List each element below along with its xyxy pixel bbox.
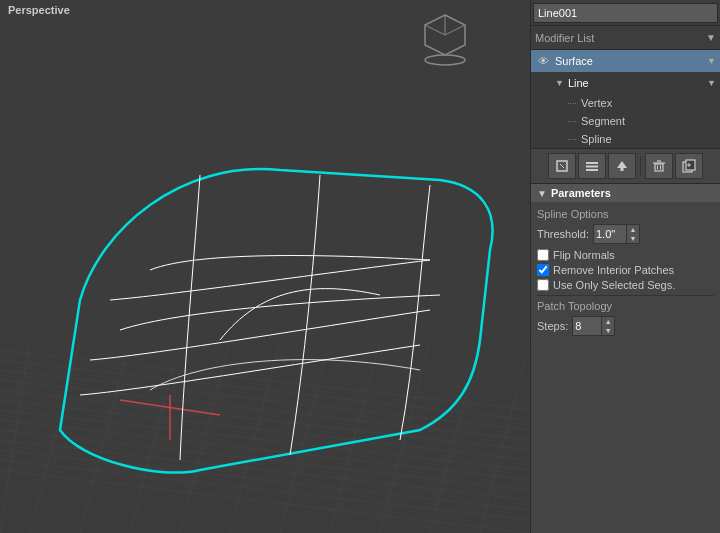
modifier-list-dropdown-icon: ▼ (706, 32, 716, 43)
delete-button[interactable] (645, 153, 673, 179)
viewport-label: Perspective (8, 4, 70, 16)
use-selected-row: Use Only Selected Segs. (537, 279, 714, 291)
pin-button[interactable] (548, 153, 576, 179)
patch-topology-label: Patch Topology (537, 300, 714, 312)
object-name-bar (531, 0, 720, 26)
steps-input-wrap: ▲ ▼ (572, 316, 615, 336)
spline-options-label: Spline Options (537, 208, 714, 220)
object-name-input[interactable] (533, 3, 718, 23)
vertex-label: Vertex (581, 97, 612, 109)
threshold-up-button[interactable]: ▲ (627, 225, 639, 234)
line-dropdown-icon: ▼ (707, 78, 716, 88)
threshold-spinner: ▲ ▼ (626, 225, 639, 243)
threshold-input[interactable] (594, 227, 626, 241)
svg-rect-40 (655, 164, 663, 171)
modifier-sub-spline[interactable]: ···· Spline (531, 130, 720, 148)
threshold-row: Threshold: ▲ ▼ (537, 224, 714, 244)
modifier-toolbar (531, 149, 720, 184)
steps-input[interactable] (573, 319, 601, 333)
use-selected-label[interactable]: Use Only Selected Segs. (553, 279, 675, 291)
up-button[interactable] (608, 153, 636, 179)
modifier-sub-segment[interactable]: ···· Segment (531, 112, 720, 130)
spline-label: Spline (581, 133, 612, 145)
modifier-name-line: Line (568, 77, 589, 89)
use-selected-checkbox[interactable] (537, 279, 549, 291)
steps-up-button[interactable]: ▲ (602, 317, 614, 326)
svg-rect-35 (586, 162, 598, 164)
line-expand-icon: ▼ (555, 78, 564, 88)
svg-rect-36 (586, 166, 598, 168)
remove-interior-label[interactable]: Remove Interior Patches (553, 264, 674, 276)
svg-rect-39 (621, 168, 624, 171)
parameters-title: Parameters (551, 187, 611, 199)
viewport-canvas (0, 0, 530, 533)
vertex-dot-icon: ···· (567, 98, 577, 108)
threshold-label: Threshold: (537, 228, 589, 240)
steps-row: Steps: ▲ ▼ (537, 316, 714, 336)
modifier-sub-vertex[interactable]: ···· Vertex (531, 94, 720, 112)
modifier-name-surface: Surface (555, 55, 593, 67)
param-group-spline: Spline Options Threshold: ▲ ▼ Flip Norma… (531, 206, 720, 338)
steps-down-button[interactable]: ▼ (602, 326, 614, 335)
modifier-expand-icon: ▼ (707, 56, 716, 66)
remove-interior-checkbox[interactable] (537, 264, 549, 276)
steps-spinner: ▲ ▼ (601, 317, 614, 335)
flip-normals-row: Flip Normals (537, 249, 714, 261)
threshold-down-button[interactable]: ▼ (627, 234, 639, 243)
svg-line-34 (560, 164, 564, 168)
modifier-list-label: Modifier List (535, 32, 706, 44)
flip-normals-checkbox[interactable] (537, 249, 549, 261)
viewport[interactable]: Perspective (0, 0, 530, 533)
modifier-item-surface[interactable]: 👁 Surface ▼ (531, 50, 720, 72)
visibility-icon[interactable]: 👁 (535, 53, 551, 69)
configure-button[interactable] (578, 153, 606, 179)
svg-rect-37 (586, 169, 598, 171)
section-divider (537, 295, 714, 296)
parameters-expand-icon: ▼ (537, 188, 547, 199)
right-panel: Modifier List ▼ 👁 Surface ▼ ▼ Line ▼ ···… (530, 0, 720, 533)
modifier-stack: 👁 Surface ▼ ▼ Line ▼ ···· Vertex ···· Se… (531, 50, 720, 149)
remove-interior-row: Remove Interior Patches (537, 264, 714, 276)
modifier-list-bar[interactable]: Modifier List ▼ (531, 26, 720, 50)
steps-label: Steps: (537, 320, 568, 332)
modifier-item-line[interactable]: ▼ Line ▼ (531, 72, 720, 94)
segment-dot-icon: ···· (567, 116, 577, 126)
toolbar-separator (640, 156, 641, 176)
segment-label: Segment (581, 115, 625, 127)
parameters-section: ▼ Parameters Spline Options Threshold: ▲… (531, 184, 720, 533)
flip-normals-label[interactable]: Flip Normals (553, 249, 615, 261)
parameters-header[interactable]: ▼ Parameters (531, 184, 720, 202)
threshold-input-wrap: ▲ ▼ (593, 224, 640, 244)
spline-dot-icon: ···· (567, 134, 577, 144)
copy-button[interactable] (675, 153, 703, 179)
svg-marker-38 (617, 161, 627, 168)
